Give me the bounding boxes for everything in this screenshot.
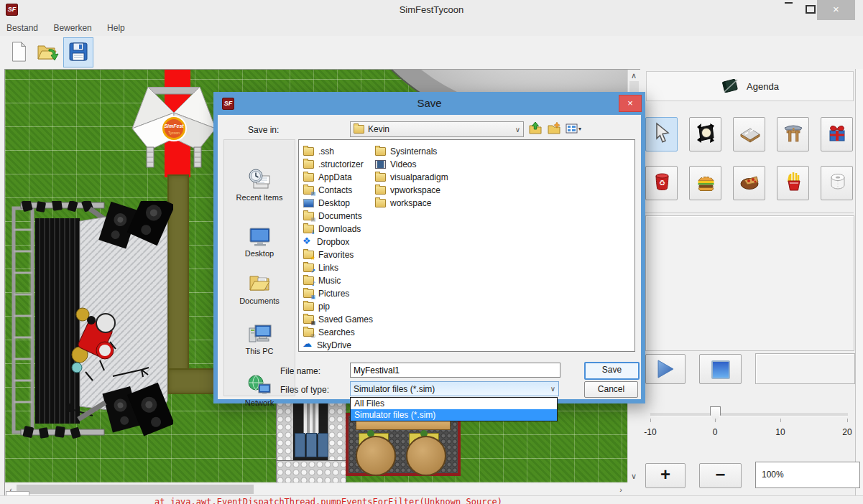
up-one-level-button[interactable] bbox=[528, 121, 543, 138]
folder-icon bbox=[375, 147, 386, 156]
new-file-icon bbox=[8, 40, 29, 63]
menu-bestand[interactable]: Bestand bbox=[0, 20, 45, 33]
save-button[interactable]: Save bbox=[584, 362, 640, 380]
close-icon: × bbox=[833, 3, 839, 15]
scroll-up-arrow[interactable]: ∧ bbox=[628, 70, 640, 81]
tool-fries-button[interactable] bbox=[777, 166, 809, 200]
save-file-button[interactable] bbox=[63, 37, 93, 67]
file-list[interactable]: .ssh .structorizer AppData Contacts Desk… bbox=[298, 139, 635, 352]
zoom-out-button[interactable]: − bbox=[699, 463, 742, 488]
new-file-button[interactable] bbox=[4, 37, 33, 66]
new-folder-button[interactable] bbox=[547, 121, 561, 138]
file-item[interactable]: visualparadigm bbox=[375, 171, 448, 183]
scroll-right-arrow[interactable]: › bbox=[615, 484, 627, 495]
file-type-combobox[interactable]: Simulator files (*.sim) ∨ bbox=[350, 381, 559, 396]
menu-help[interactable]: Help bbox=[101, 20, 131, 33]
truss-frame bbox=[14, 208, 32, 432]
folder-icon bbox=[375, 186, 386, 195]
zoom-in-button[interactable]: + bbox=[645, 463, 686, 488]
dropdown-option-simulator-files[interactable]: Simulator files (*.sim) bbox=[351, 409, 557, 421]
cancel-button[interactable]: Cancel bbox=[584, 381, 638, 398]
file-item[interactable]: Links bbox=[303, 261, 338, 274]
file-item[interactable]: Dropbox bbox=[303, 235, 349, 248]
tool-toilet-paper-button[interactable] bbox=[821, 166, 853, 200]
tool-cursor-button[interactable] bbox=[645, 117, 678, 151]
skydrive-icon bbox=[303, 342, 313, 349]
entrance-tent[interactable]: SimFest Tycoon bbox=[129, 87, 218, 169]
burger-icon bbox=[695, 171, 716, 192]
tool-torii-gate-button[interactable] bbox=[777, 117, 809, 151]
agenda-button[interactable]: Agenda bbox=[646, 71, 854, 101]
new-folder-icon bbox=[547, 121, 561, 136]
tool-pizza-button[interactable] bbox=[733, 166, 765, 200]
file-name-input[interactable] bbox=[350, 363, 560, 378]
file-item[interactable]: Saved Games bbox=[303, 313, 373, 325]
folder-icon bbox=[303, 160, 314, 169]
open-file-button[interactable] bbox=[33, 37, 62, 66]
play-button[interactable] bbox=[645, 354, 686, 384]
this-pc-icon bbox=[246, 322, 272, 345]
horizontal-scrollbar[interactable]: ‹ › bbox=[5, 482, 627, 495]
desktop-icon bbox=[303, 199, 314, 207]
tool-road-button[interactable] bbox=[733, 117, 765, 151]
file-item[interactable]: pip bbox=[303, 300, 330, 312]
file-item[interactable]: Videos bbox=[375, 158, 416, 170]
scroll-down-arrow[interactable]: ∨ bbox=[628, 470, 640, 482]
place-recent-items[interactable]: Recent Items bbox=[224, 167, 295, 202]
app-window: { "window": { "title": "SimFestTycoon", … bbox=[0, 0, 863, 504]
food-stand[interactable] bbox=[346, 413, 461, 476]
places-sidebar: Recent Items Desktop Documents bbox=[223, 139, 295, 396]
file-item[interactable]: Desktop bbox=[303, 197, 350, 209]
minimize-icon bbox=[785, 2, 793, 4]
file-item[interactable]: Pictures bbox=[303, 287, 349, 299]
file-name-label: File name: bbox=[280, 366, 320, 376]
zoom-level-field[interactable]: 100% bbox=[755, 462, 860, 488]
menu-bewerken[interactable]: Bewerken bbox=[47, 20, 98, 33]
folder-icon bbox=[354, 125, 364, 134]
place-documents[interactable]: Documents bbox=[224, 271, 295, 305]
file-item[interactable]: .ssh bbox=[303, 145, 334, 157]
info-panel bbox=[645, 215, 854, 351]
file-item[interactable]: Downloads bbox=[303, 223, 361, 235]
view-menu-icon bbox=[566, 121, 578, 136]
file-item[interactable]: workspace bbox=[375, 197, 431, 209]
tool-gift-button[interactable] bbox=[821, 117, 853, 151]
file-item[interactable]: vpworkspace bbox=[375, 184, 440, 196]
save-in-combobox[interactable]: Kevin ∨ bbox=[350, 121, 524, 137]
minimize-button[interactable] bbox=[780, 0, 797, 20]
horizontal-scroll-thumb[interactable] bbox=[17, 485, 254, 494]
file-item[interactable]: AppData bbox=[303, 171, 352, 183]
file-item[interactable]: Favorites bbox=[303, 248, 354, 261]
tool-trash-button[interactable]: ♻ bbox=[645, 166, 678, 200]
stop-button[interactable] bbox=[699, 354, 742, 384]
file-item[interactable]: Searches bbox=[303, 326, 355, 338]
trash-can-icon: ♻ bbox=[651, 171, 673, 192]
view-menu-button[interactable]: ▾ bbox=[566, 121, 584, 136]
place-desktop[interactable]: Desktop bbox=[224, 226, 295, 258]
titlebar: SF SimFestTycoon × bbox=[0, 0, 863, 21]
agenda-label: Agenda bbox=[747, 81, 779, 92]
file-item[interactable]: .structorizer bbox=[303, 158, 364, 170]
maximize-icon bbox=[806, 5, 816, 14]
dropdown-option-all-files[interactable]: All Files bbox=[351, 398, 557, 409]
videos-icon bbox=[375, 160, 386, 169]
file-item[interactable]: Sysinternals bbox=[375, 145, 437, 157]
tool-spotlight-button[interactable] bbox=[689, 117, 721, 151]
file-item[interactable]: Music bbox=[303, 274, 341, 286]
slider-tick-label: 10 bbox=[770, 427, 791, 437]
folder-icon bbox=[303, 302, 314, 311]
file-item[interactable]: Contacts bbox=[303, 184, 352, 196]
stack-trace-text: at java.awt.EventDispatchThread.pumpEven… bbox=[154, 497, 502, 504]
speed-slider-track[interactable] bbox=[650, 414, 848, 417]
save-in-label: Save in: bbox=[248, 125, 279, 135]
file-item[interactable]: SkyDrive bbox=[303, 339, 351, 351]
stop-icon bbox=[711, 360, 730, 379]
file-item[interactable]: Documents bbox=[303, 210, 362, 222]
close-button[interactable]: × bbox=[817, 0, 855, 20]
documents-icon bbox=[303, 212, 314, 220]
stage[interactable] bbox=[11, 201, 173, 439]
tool-burger-button[interactable] bbox=[689, 166, 721, 200]
dialog-close-button[interactable]: × bbox=[619, 95, 642, 112]
agenda-icon bbox=[721, 78, 739, 95]
place-this-pc[interactable]: This PC bbox=[224, 322, 295, 355]
